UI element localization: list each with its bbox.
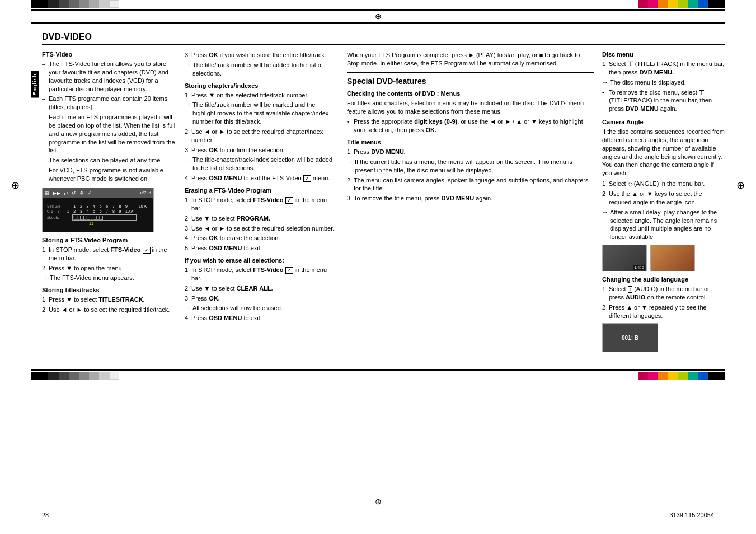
fts-complete-text: When your FTS Program is complete, press… [347, 51, 594, 68]
step-item: 1 In STOP mode, select FTS-Video ✓ in th… [185, 266, 339, 283]
step-item: 2 Press ▲ or ▼ repeatedly to see the dif… [602, 303, 725, 320]
erasing-heading: Erasing a FTS-Video Program [185, 187, 339, 194]
step-item: 1 Select ♪ (AUDIO) in the menu bar or pr… [602, 285, 725, 302]
screen-icon-5: ❖ [79, 190, 84, 196]
fts-icon: ✓ [143, 247, 151, 254]
step-item: 3 To remove the title menu, press DVD ME… [347, 194, 594, 203]
fts-video-heading: FTS-Video [42, 51, 176, 58]
column-left: FTS-Video The FTS-Video function allows … [42, 51, 185, 352]
bullet-item: The selections can be played at any time… [42, 156, 176, 165]
column-mid: 3 Press OK if you wish to store the enti… [185, 51, 347, 352]
checking-heading: Checking the contents of DVD : Menus [347, 90, 594, 97]
erasing-steps: 1 In STOP mode, select FTS-Video ✓ in th… [185, 196, 339, 252]
step-arrow: → The FTS-Video menu appears. [42, 274, 176, 282]
step-arrow: → The disc menu is displayed. [602, 78, 725, 87]
checking-bullet: Press the appropriate digit keys (0-9), … [347, 118, 594, 134]
step-item: 1 Press ▼ to select TITLES/TRACK. [42, 296, 176, 304]
audio-icon: ♪ [628, 286, 633, 293]
step-item: 5 Press OSD MENU to exit. [185, 244, 339, 252]
storing-fts-heading: Storing a FTS-Video Program [42, 237, 176, 243]
bullet-item: Each time an FTS programme is played it … [42, 113, 176, 154]
step-item: 2 Use ◄ or ► to select the required titl… [42, 306, 176, 314]
bullet-item: Each FTS programme can contain 20 items … [42, 95, 176, 111]
audio-thumbnail: 001: B [602, 323, 658, 352]
step-item: 4 Press OSD MENU to exit. [185, 314, 339, 322]
column-right-left: When your FTS Program is complete, press… [347, 51, 602, 352]
special-dvd-heading: Special DVD-features [347, 77, 594, 86]
product-number: 3139 115 20054 [669, 512, 714, 518]
fts-icon-3: ✓ [285, 197, 293, 204]
thumb-right [650, 245, 695, 271]
fts-screen-image: ⊞ ▶▶ ⇄ ↺ ❖ ✓ u/7 id Sec 2/412345678910 A… [42, 188, 154, 232]
bullet-item: For VCD, FTS programme is not available … [42, 166, 176, 183]
camera-angle-body: If the disc contains sequences recorded … [602, 128, 725, 177]
step-item: 3 Press OK if you wish to store the enti… [185, 51, 339, 59]
audio-thumb-text: 001: B [622, 335, 638, 341]
step-item: 4 Press OSD MENU to exit the FTS-Video ✓… [185, 174, 339, 182]
checking-body: For titles and chapters, selection menus… [347, 99, 594, 116]
disc-menu-steps: 1 Select ⊤ (TITLE/TRACK) in the menu bar… [602, 60, 725, 113]
screen-icon-1: ⊞ [45, 190, 49, 196]
fts-video-bullets: The FTS-Video function allows you to sto… [42, 60, 176, 183]
language-tab: English [31, 71, 39, 98]
bottom-crosshair: ⊕ [375, 497, 382, 506]
screen-counter: u/7 id [140, 190, 151, 195]
step-item: 1 In STOP mode, select FTS-Video ✓ in th… [42, 246, 176, 263]
bullet-item: The FTS-Video function allows you to sto… [42, 60, 176, 93]
storing-chapters-steps: 1 Press ▼ on the selected title/track nu… [185, 91, 339, 182]
step-item: 1 Select ⊤ (TITLE/TRACK) in the menu bar… [602, 60, 725, 77]
step-item: 3 Use ◄ or ► to select the required sele… [185, 224, 339, 233]
erase-all-heading: If you wish to erase all selections: [185, 257, 339, 264]
storing-titles-heading: Storing titles/tracks [42, 287, 176, 293]
step-item: 2 Use ▼ to select PROGRAM. [185, 214, 339, 223]
column-right: When your FTS Program is complete, press… [347, 51, 725, 352]
top-crosshair: ⊕ [0, 12, 756, 21]
screen-table: Sec 2/412345678910 A C 1 – 812345678910 … [45, 203, 151, 227]
step-item: 1 Press DVD MENU. [347, 148, 594, 156]
step-arrow: → The title/track number will be added t… [185, 61, 339, 78]
audio-language-heading: Changing the audio language [602, 276, 725, 283]
storing-fts-steps: 1 In STOP mode, select FTS-Video ✓ in th… [42, 246, 176, 282]
step-item: 1 Select ◇ (ANGLE) in the menu bar. [602, 180, 725, 188]
step-item: 2 Press ▼ to open the menu. [42, 264, 176, 273]
camera-angle-steps: 1 Select ◇ (ANGLE) in the menu bar. 2 Us… [602, 180, 725, 241]
top-decorative-section: ⊕ [0, 0, 756, 24]
step-item: 2 Use ▼ to select CLEAR ALL. [185, 284, 339, 293]
title-menus-steps: 1 Press DVD MENU. → If the current title… [347, 148, 594, 203]
step-arrow: → The title/track number will be marked … [185, 101, 339, 126]
screen-icon-4: ↺ [72, 190, 76, 196]
special-section: Special DVD-features Checking the conten… [347, 72, 594, 203]
disc-menu-heading: Disc menu [602, 51, 725, 58]
step-arrow: → All selections will now be erased. [185, 304, 339, 312]
column-right-right: Disc menu 1 Select ⊤ (TITLE/TRACK) in th… [602, 51, 725, 352]
step-item: 3 Press OK to confirm the selection. [185, 146, 339, 154]
step3-store: 3 Press OK if you wish to store the enti… [185, 51, 339, 78]
fts-icon-2: ✓ [303, 175, 311, 182]
camera-thumbnails: 1/4: 5 [602, 245, 725, 271]
step-arrow: → The title-chapter/track-index selectio… [185, 156, 339, 172]
step-arrow: → If the current title has a menu, the m… [347, 158, 594, 175]
audio-language-steps: 1 Select ♪ (AUDIO) in the menu bar or pr… [602, 285, 725, 320]
step-item: 2 The menu can list camera angles, spoke… [347, 176, 594, 193]
step-item: 2 Use the ▲ or ▼ keys to select the requ… [602, 190, 725, 207]
fts-icon-4: ✓ [285, 267, 293, 274]
storing-titles-steps: 1 Press ▼ to select TITLES/TRACK. 2 Use … [42, 296, 176, 314]
storing-chapters-heading: Storing chapters/indexes [185, 82, 339, 89]
screen-icon-3: ⇄ [64, 190, 68, 196]
step-item: 3 Press OK. [185, 294, 339, 303]
main-content: FTS-Video The FTS-Video function allows … [42, 51, 725, 352]
screen-icon-6: ✓ [87, 190, 92, 196]
erase-all-steps: 1 In STOP mode, select FTS-Video ✓ in th… [185, 266, 339, 322]
step-item: 4 Press OK to erase the selection. [185, 234, 339, 242]
page-number: 28 [42, 512, 49, 518]
step-item: 2 Use ◄ or ► to select the required chap… [185, 128, 339, 144]
step-item: 1 Press ▼ on the selected title/track nu… [185, 91, 339, 100]
thumb-left: 1/4: 5 [602, 245, 647, 271]
step-item: 1 In STOP mode, select FTS-Video ✓ in th… [185, 196, 339, 213]
camera-angle-heading: Camera Angle [602, 119, 725, 125]
step-bullet: • To remove the disc menu, select ⊤ (TIT… [602, 88, 725, 114]
page-title: DVD-VIDEO [42, 32, 725, 45]
screen-icon-2: ▶▶ [53, 190, 60, 196]
thumb-overlay-left: 1/4: 5 [633, 265, 645, 270]
step-arrow: → After a small delay, play changes to t… [602, 208, 725, 241]
